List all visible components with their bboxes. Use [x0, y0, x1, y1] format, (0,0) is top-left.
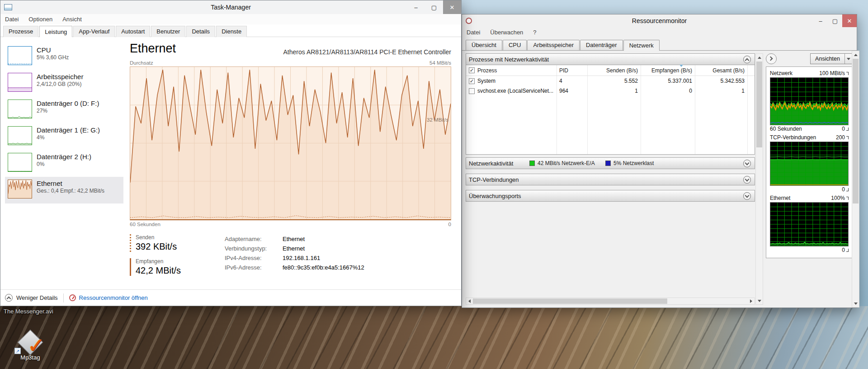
stat-senden: Senden 392 KBit/s [130, 234, 225, 252]
chevron-up-circle-icon [5, 294, 13, 302]
sidebar-item-datentraeger-0[interactable]: Datenträger 0 (D: F:) 27% [5, 97, 123, 123]
detail-adaptername-label: Adaptername: [225, 234, 283, 244]
tm-tab-dienste[interactable]: Dienste [216, 26, 247, 37]
detail-ipv4-value: 192.168.1.161 [283, 253, 320, 263]
rm-menu-ueberwachen[interactable]: Überwachen [490, 29, 523, 36]
sidebar-item-arbeitsspeicher[interactable]: Arbeitsspeicher 2,4/12,0 GB (20%) [5, 70, 123, 97]
expand-chevron-button[interactable] [743, 160, 751, 167]
col-empfangen[interactable]: Empfangen (B/s) [641, 67, 695, 74]
col-gesamt[interactable]: Gesamt (B/s) [695, 67, 747, 74]
tm-tab-app-verlauf[interactable]: App-Verlauf [73, 26, 115, 37]
main-vertical-scrollbar[interactable] [755, 53, 763, 305]
cell-process-name: svchost.exe (LocalServiceNet... [477, 88, 553, 94]
column-divider [587, 65, 588, 154]
rm-tab-uebersicht[interactable]: Übersicht [466, 40, 502, 51]
sidebar-item-datentraeger-2[interactable]: Datenträger 2 (H:) 0% [5, 150, 123, 177]
ethernet-panel-title: Ethernet [130, 42, 176, 56]
rm-tab-cpu[interactable]: CPU [503, 40, 527, 51]
tm-menu-datei[interactable]: Datei [5, 16, 19, 23]
tm-maximize-button[interactable]: ▢ [425, 0, 443, 14]
table-row-system[interactable]: ✓ System 4 5.552 5.337.001 5.342.553 [466, 76, 755, 86]
detail-verbindungstyp-value: Ethernet [283, 244, 305, 253]
rm-titlebar[interactable]: Ressourcenmonitor – ▢ ✕ [462, 14, 857, 27]
scroll-left-arrow[interactable] [466, 298, 473, 305]
column-divider [557, 65, 557, 154]
ueberwachungsports-section-header[interactable]: Überwachungsports [466, 190, 755, 202]
tcp-verbindungen-section-header[interactable]: TCP-Verbindungen [466, 174, 755, 185]
ansichten-button[interactable]: Ansichten [810, 53, 853, 64]
cell-send: 5.552 [587, 78, 641, 84]
sidebar-item-datentraeger-1[interactable]: Datenträger 1 (E: G:) 4% [5, 123, 123, 150]
tm-tab-leistung[interactable]: Leistung [39, 26, 72, 37]
sidebar-disk1-label: Datenträger 1 (E: G:) [37, 126, 100, 134]
tm-menu-ansicht[interactable]: Ansicht [62, 16, 82, 23]
rm-menu-datei[interactable]: Datei [467, 29, 480, 36]
expand-panel-button[interactable] [766, 53, 777, 64]
rm-tab-netzwerk[interactable]: Netzwerk [623, 40, 660, 51]
ethernet-thumbnail-chart [8, 180, 32, 199]
adapter-details: Adaptername:Ethernet Verbindungstyp:Ethe… [225, 234, 364, 282]
scroll-down-arrow[interactable] [756, 297, 763, 304]
weniger-details-button[interactable]: Weniger Details [5, 294, 58, 302]
tm-minimize-button[interactable]: – [407, 0, 425, 14]
tm-tab-details[interactable]: Details [186, 26, 215, 37]
open-resource-monitor-link[interactable]: Ressourcenmonitor öffnen [69, 294, 148, 301]
task-manager-app-icon [4, 4, 12, 10]
rm-tab-arbeitsspeicher[interactable]: Arbeitsspeicher [527, 40, 580, 51]
rm-tab-datentraeger[interactable]: Datenträger [580, 40, 623, 51]
expand-chevron-button[interactable] [743, 192, 751, 200]
graph-tcp-scale: 200 [836, 134, 849, 141]
detail-ipv6-label: IPv6-Adresse: [225, 263, 283, 272]
rm-menu-hilfe[interactable]: ? [533, 29, 536, 36]
tm-titlebar[interactable]: Task-Manager – ▢ ✕ [0, 0, 461, 14]
desktop-wallpaper [0, 306, 868, 369]
rm-maximize-button[interactable]: ▢ [828, 14, 842, 27]
col-pid[interactable]: PID [557, 67, 587, 74]
row-checkbox[interactable]: ✓ [469, 78, 475, 84]
col-senden[interactable]: Senden (B/s) [587, 67, 641, 74]
resource-monitor-link-label[interactable]: Ressourcenmonitor öffnen [79, 294, 148, 301]
tm-tab-benutzer[interactable]: Benutzer [151, 26, 185, 37]
network-io-legend-swatch [529, 161, 535, 166]
scroll-up-arrow[interactable] [756, 54, 763, 61]
vertical-scroll-thumb[interactable] [853, 59, 859, 203]
scroll-up-arrow[interactable] [852, 51, 859, 58]
window-vertical-scrollbar[interactable] [852, 51, 859, 308]
sidebar-item-ethernet[interactable]: Ethernet Ges.: 0,4 Empf.: 42,2 MBit/s [5, 177, 123, 203]
vertical-scroll-thumb[interactable] [756, 62, 762, 147]
tm-close-button[interactable]: ✕ [443, 0, 461, 14]
graph-netzwerk-title: Netzwerk [770, 70, 793, 76]
ansichten-dropdown-arrow[interactable] [844, 54, 852, 64]
collapse-chevron-button[interactable] [743, 56, 751, 63]
graph-ethernet-zero: 0 [842, 247, 849, 253]
horizontal-scroll-thumb[interactable] [473, 298, 667, 304]
scroll-down-arrow[interactable] [852, 300, 859, 307]
row-checkbox[interactable] [469, 88, 475, 94]
sidebar-disk0-label: Datenträger 0 (D: F:) [37, 99, 99, 108]
netzwerkaktivitaet-section-header[interactable]: Netzwerkaktivität 42 MBit/s Netzwerk-E/A… [466, 157, 755, 169]
horizontal-scrollbar[interactable] [466, 298, 755, 305]
processes-panel-header[interactable]: Prozesse mit Netzwerkaktivität [466, 53, 755, 65]
col-prozess[interactable]: Prozess [477, 67, 497, 74]
tm-menu-optionen[interactable]: Optionen [28, 16, 52, 23]
graph-ethernet-scale: 100% [831, 195, 849, 201]
disk1-thumbnail-chart [8, 126, 32, 145]
weniger-details-label: Weniger Details [16, 294, 58, 301]
select-all-checkbox[interactable]: ✓ [469, 67, 475, 73]
scroll-right-arrow[interactable] [748, 298, 755, 305]
expand-chevron-button[interactable] [743, 176, 751, 184]
tm-tab-prozesse[interactable]: Prozesse [3, 26, 38, 37]
rm-minimize-button[interactable]: – [813, 14, 828, 27]
network-load-legend-swatch [605, 161, 611, 166]
table-row-svchost[interactable]: svchost.exe (LocalServiceNet... 964 1 0 … [466, 86, 755, 96]
stat-empfangen: Empfangen 42,2 MBit/s [130, 258, 225, 276]
desktop-file-label[interactable]: The Messenger.avi [4, 308, 53, 315]
sidebar-item-cpu[interactable]: CPU 5% 3,60 GHz [5, 43, 123, 70]
network-processes-table: ✓ Prozess PID Senden (B/s) Empfangen (B/… [466, 65, 755, 155]
sidebar-ram-sub: 2,4/12,0 GB (20%) [37, 81, 83, 87]
desktop-icon-mp3tag[interactable]: ✓ ↗ Mp3tag [13, 331, 48, 361]
rm-close-button[interactable]: ✕ [842, 14, 857, 27]
tm-tab-autostart[interactable]: Autostart [116, 26, 150, 37]
chart-ylabel: Durchsatz [130, 60, 153, 66]
detail-ipv6-value: fe80::9c35:ef0b:e4a5:1667%12 [283, 263, 364, 272]
